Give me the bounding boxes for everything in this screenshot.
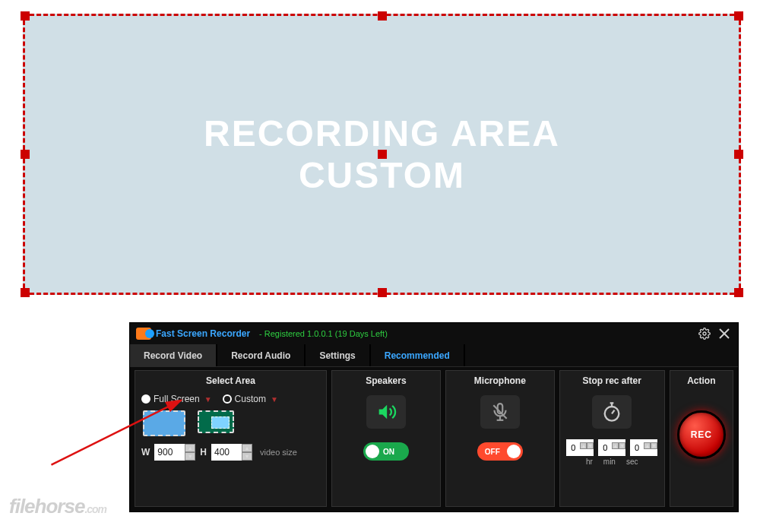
- tab-record-video[interactable]: Record Video: [130, 344, 217, 366]
- resize-handle-tl[interactable]: [21, 11, 30, 21]
- width-field[interactable]: [154, 444, 185, 461]
- resize-handle-bl[interactable]: [21, 288, 30, 297]
- gear-icon[interactable]: [697, 326, 712, 341]
- panel-speakers: Speakers ON: [331, 370, 441, 507]
- width-label: W: [141, 447, 150, 458]
- close-icon[interactable]: [717, 326, 732, 341]
- resize-handle-tc[interactable]: [378, 11, 387, 21]
- tab-bar: Record Video Record Audio Settings Recom…: [130, 344, 738, 367]
- tab-recommended[interactable]: Recommended: [371, 344, 465, 366]
- min-input[interactable]: ▲▼: [598, 439, 625, 456]
- radio-full-screen[interactable]: Full Screen ▼: [141, 394, 212, 404]
- height-label: H: [200, 447, 207, 458]
- height-down-icon[interactable]: ▼: [242, 452, 252, 461]
- resize-handle-tr[interactable]: [734, 11, 743, 21]
- registration-status: - Registered 1.0.0.1 (19 Days Left): [259, 329, 388, 338]
- panel-select-area: Select Area Full Screen ▼ Custom ▼ W: [135, 370, 327, 507]
- microphone-toggle[interactable]: OFF: [477, 442, 523, 461]
- panel-stop-rec: Stop rec after ▲▼ ▲▼ ▲▼ hr min sec: [559, 370, 665, 507]
- svg-point-8: [605, 407, 619, 421]
- height-up-icon[interactable]: ▲: [242, 444, 252, 452]
- speakers-header: Speakers: [332, 371, 440, 394]
- dropdown-fullscreen-icon[interactable]: ▼: [204, 395, 212, 404]
- hr-input[interactable]: ▲▼: [566, 439, 594, 456]
- stopwatch-icon[interactable]: [592, 395, 632, 429]
- radio-full-screen-label: Full Screen: [154, 394, 200, 404]
- resize-handle-ml[interactable]: [21, 150, 30, 159]
- video-size-label: video size: [260, 448, 297, 457]
- select-area-header: Select Area: [135, 371, 326, 394]
- radio-custom-label: Custom: [235, 394, 266, 404]
- fullscreen-thumb[interactable]: [143, 410, 185, 436]
- microphone-header: Microphone: [446, 371, 554, 394]
- microphone-icon[interactable]: [480, 395, 520, 429]
- speakers-toggle[interactable]: ON: [363, 442, 409, 461]
- speaker-icon[interactable]: [366, 395, 406, 429]
- tab-record-audio[interactable]: Record Audio: [217, 344, 306, 366]
- width-up-icon[interactable]: ▲: [185, 444, 195, 452]
- svg-point-0: [703, 332, 706, 335]
- record-button[interactable]: REC: [677, 410, 726, 459]
- svg-marker-3: [379, 405, 388, 420]
- hr-label: hr: [586, 458, 593, 466]
- resize-handle-br[interactable]: [734, 288, 743, 297]
- resize-handle-mr[interactable]: [734, 150, 743, 159]
- height-field[interactable]: [211, 444, 242, 461]
- dropdown-custom-icon[interactable]: ▼: [271, 395, 278, 404]
- custom-thumb[interactable]: [198, 410, 234, 433]
- svg-line-9: [612, 410, 615, 414]
- resize-handle-bc[interactable]: [378, 288, 387, 297]
- titlebar: Fast Screen Recorder - Registered 1.0.0.…: [130, 323, 738, 344]
- width-input[interactable]: ▲▼: [154, 444, 195, 461]
- watermark: filehorse.com: [9, 495, 106, 518]
- panel-microphone: Microphone OFF: [445, 370, 555, 507]
- tab-settings[interactable]: Settings: [306, 344, 370, 366]
- height-input[interactable]: ▲▼: [211, 444, 252, 461]
- stop-rec-header: Stop rec after: [560, 371, 664, 394]
- radio-custom[interactable]: Custom ▼: [223, 394, 278, 404]
- width-down-icon[interactable]: ▼: [185, 452, 195, 461]
- app-icon: [136, 328, 151, 340]
- sec-label: sec: [626, 458, 638, 466]
- app-window: Fast Screen Recorder - Registered 1.0.0.…: [129, 322, 739, 512]
- action-header: Action: [670, 371, 733, 394]
- move-handle-center[interactable]: [378, 150, 387, 159]
- recording-area-overlay[interactable]: RECORDING AREA CUSTOM: [23, 14, 741, 295]
- panel-action: Action REC: [670, 370, 733, 507]
- sec-input[interactable]: ▲▼: [630, 439, 657, 456]
- app-title: Fast Screen Recorder: [156, 328, 250, 339]
- min-label: min: [603, 458, 616, 466]
